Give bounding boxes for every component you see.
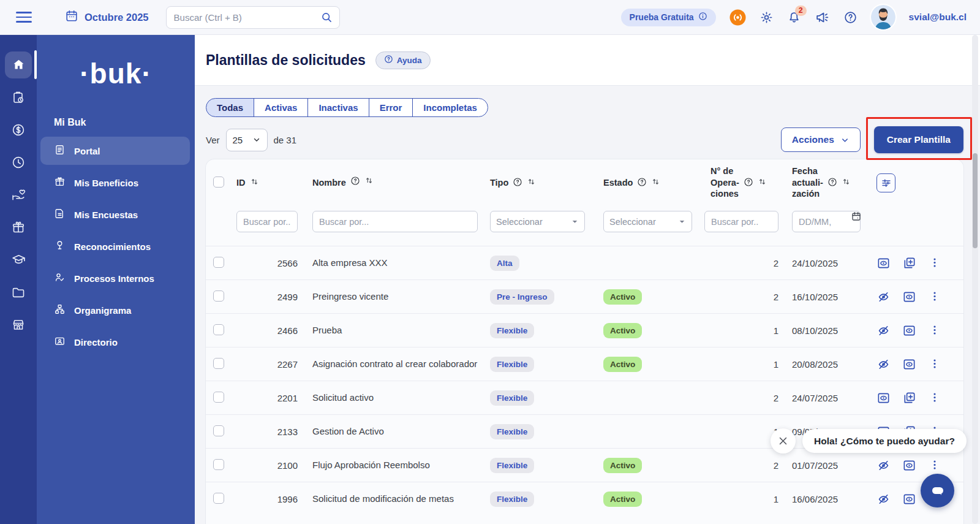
duplicate-icon[interactable] <box>902 391 916 405</box>
kebab-menu-icon[interactable] <box>928 290 941 303</box>
deactivate-eye-off-icon[interactable] <box>876 290 891 304</box>
kebab-menu-icon[interactable] <box>928 391 941 404</box>
rail-item-training[interactable] <box>0 243 37 276</box>
filter-id-input[interactable] <box>236 211 298 232</box>
sidebar-item-reconocimientos[interactable]: Reconocimientos <box>40 232 190 260</box>
preview-eye-icon[interactable] <box>902 324 916 338</box>
chat-tooltip-close-button[interactable] <box>771 428 796 454</box>
preview-eye-icon[interactable] <box>902 492 916 506</box>
tab-incompletas[interactable]: Incompletas <box>412 98 488 117</box>
rail-item-wellness[interactable] <box>0 178 37 211</box>
settings-gear-icon[interactable] <box>760 10 774 25</box>
sort-icon[interactable] <box>842 177 851 188</box>
sidebar-item-mis-beneficios[interactable]: Mis Beneficios <box>40 169 190 197</box>
preview-eye-icon[interactable] <box>902 357 916 371</box>
sort-icon[interactable] <box>758 177 767 188</box>
filter-operaciones-input[interactable] <box>704 211 778 232</box>
duplicate-icon[interactable] <box>902 256 916 270</box>
row-checkbox[interactable] <box>213 493 224 504</box>
kebab-menu-icon[interactable] <box>928 256 941 270</box>
column-help-icon[interactable] <box>637 177 647 189</box>
kebab-menu-icon[interactable] <box>928 357 941 371</box>
tab-activas[interactable]: Activas <box>254 98 308 117</box>
user-email[interactable]: svial@buk.cl <box>909 12 967 23</box>
search-input[interactable] <box>174 12 317 23</box>
trial-badge[interactable]: Prueba Gratuita <box>621 9 716 26</box>
user-avatar[interactable] <box>871 5 895 29</box>
rail-item-time[interactable] <box>0 146 37 178</box>
column-help-icon[interactable] <box>513 177 522 189</box>
filter-nombre-input[interactable] <box>312 211 478 232</box>
preview-eye-icon[interactable] <box>902 290 916 304</box>
help-icon[interactable] <box>843 10 858 25</box>
column-help-icon[interactable] <box>350 176 360 189</box>
announcements-megaphone-icon[interactable] <box>815 10 830 25</box>
chat-greeting-tooltip[interactable]: Hola! ¿Cómo te puedo ayudar? <box>802 429 967 453</box>
row-checkbox[interactable] <box>213 358 224 369</box>
filter-tipo-select[interactable]: Seleccionar <box>490 211 585 232</box>
rail-item-company[interactable] <box>0 308 37 341</box>
topbar-actions: Prueba Gratuita 2 <box>621 5 980 29</box>
period-selector[interactable]: Octubre 2025 <box>65 9 149 25</box>
column-help-icon[interactable] <box>744 177 753 189</box>
hamburger-menu-icon[interactable] <box>16 12 32 23</box>
column-settings-button[interactable] <box>876 173 895 192</box>
row-nombre: Alta empresa XXX <box>306 251 484 275</box>
deactivate-eye-off-icon[interactable] <box>876 458 891 473</box>
preview-eye-icon[interactable] <box>876 256 891 270</box>
money-icon <box>5 116 32 143</box>
rail-item-documents[interactable] <box>0 276 37 308</box>
row-checkbox[interactable] <box>213 290 224 302</box>
sort-icon[interactable] <box>250 177 259 188</box>
sidebar-item-label: Procesos Internos <box>74 273 154 284</box>
kebab-menu-icon[interactable] <box>928 458 941 472</box>
sidebar-item-portal[interactable]: Portal <box>40 137 190 165</box>
calendar-icon[interactable] <box>851 211 862 224</box>
chat-bubble-icon <box>929 482 946 499</box>
deactivate-eye-off-icon[interactable] <box>876 357 891 371</box>
row-checkbox[interactable] <box>213 324 224 335</box>
crear-plantilla-button[interactable]: Crear Plantilla <box>874 126 963 153</box>
row-checkbox[interactable] <box>213 257 224 268</box>
column-help-icon[interactable] <box>827 177 837 189</box>
deactivate-eye-off-icon[interactable] <box>876 324 891 338</box>
award-icon <box>54 240 66 253</box>
tipo-badge: Pre - Ingreso <box>490 289 554 305</box>
row-id: 2466 <box>230 321 306 341</box>
sort-icon[interactable] <box>527 177 536 188</box>
preview-eye-icon[interactable] <box>876 391 891 405</box>
row-id: 1996 <box>230 489 306 509</box>
select-all-checkbox[interactable] <box>213 177 224 188</box>
buk-academy-icon[interactable] <box>729 9 746 26</box>
search-icon[interactable] <box>320 11 333 26</box>
sidebar-item-mis-encuestas[interactable]: Mis Encuestas <box>40 200 190 229</box>
sidebar-item-directorio[interactable]: Directorio <box>40 328 190 356</box>
row-operaciones: 1 <box>698 489 787 509</box>
deactivate-eye-off-icon[interactable] <box>876 492 891 506</box>
tab-inactivas[interactable]: Inactivas <box>307 98 369 117</box>
rail-item-payments[interactable] <box>0 113 37 146</box>
rail-item-home[interactable] <box>0 48 37 81</box>
rail-item-tasks[interactable] <box>0 81 37 113</box>
tab-todas[interactable]: Todas <box>206 98 254 117</box>
scrollbar-thumb[interactable] <box>973 153 978 248</box>
sort-icon[interactable] <box>364 176 374 189</box>
tab-error[interactable]: Error <box>369 98 413 117</box>
rail-item-benefits[interactable] <box>0 211 37 243</box>
sort-icon[interactable] <box>651 177 660 188</box>
sidebar-item-procesos-internos[interactable]: Procesos Internos <box>40 264 190 292</box>
ayuda-button[interactable]: Ayuda <box>375 51 431 69</box>
notifications-bell-icon[interactable]: 2 <box>787 10 801 25</box>
filter-estado-select[interactable]: Seleccionar <box>603 211 692 232</box>
chat-launcher-button[interactable] <box>921 474 954 507</box>
row-checkbox[interactable] <box>213 392 224 403</box>
kebab-menu-icon[interactable] <box>928 324 941 337</box>
page-size-select[interactable]: 25 <box>226 129 268 151</box>
preview-eye-icon[interactable] <box>902 458 916 473</box>
sidebar-item-organigrama[interactable]: Organigrama <box>40 296 190 324</box>
row-fecha: 20/08/2025 <box>787 354 867 374</box>
row-checkbox[interactable] <box>213 459 224 470</box>
row-checkbox[interactable] <box>213 425 224 436</box>
buk-app-screen: Octubre 2025 Prueba Gratuita <box>0 0 980 524</box>
acciones-button[interactable]: Acciones <box>781 127 861 152</box>
